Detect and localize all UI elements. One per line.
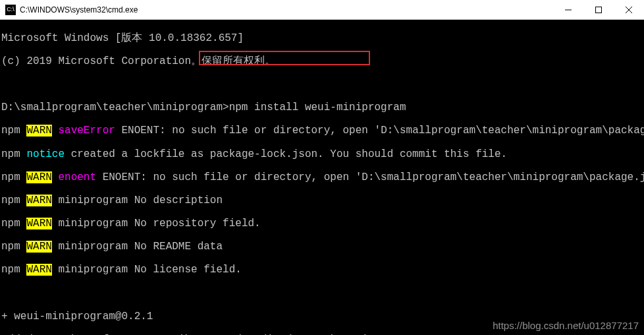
window-controls xyxy=(553,0,644,19)
minimize-button[interactable] xyxy=(553,0,583,19)
install-result-pkg: + weui-miniprogram@0.2.1 xyxy=(1,311,643,323)
warn-badge: WARN xyxy=(26,195,51,206)
cmd-icon: C:\ xyxy=(5,5,16,15)
npm-warn-license: npm WARN miniprogram No license field. xyxy=(1,264,643,276)
header-line-1: Microsoft Windows [版本 10.0.18362.657] xyxy=(1,33,643,45)
command-text: npm install weui-miniprogram xyxy=(229,102,406,113)
maximize-button[interactable] xyxy=(583,0,614,19)
blank-line xyxy=(1,288,643,300)
window-title: C:\WINDOWS\system32\cmd.exe xyxy=(20,5,553,15)
svg-rect-1 xyxy=(596,7,602,13)
terminal-area[interactable]: Microsoft Windows [版本 10.0.18362.657] (c… xyxy=(0,20,644,335)
header-line-2: (c) 2019 Microsoft Corporation。保留所有权利。 xyxy=(1,56,643,68)
npm-warn-repo: npm WARN miniprogram No repository field… xyxy=(1,218,643,230)
blank-line xyxy=(1,79,643,91)
npm-warn-saveerror: npm WARN saveError ENOENT: no such file … xyxy=(1,125,643,137)
prompt-line-1: D:\smallprogram\teacher\miniprogram>npm … xyxy=(1,102,643,114)
warn-badge: WARN xyxy=(26,125,51,137)
warn-badge: WARN xyxy=(26,218,51,229)
close-button[interactable] xyxy=(614,0,644,19)
window-titlebar: C:\ C:\WINDOWS\system32\cmd.exe xyxy=(0,0,644,20)
warn-badge: WARN xyxy=(26,264,51,276)
warn-badge: WARN xyxy=(26,241,51,253)
notice-label: notice xyxy=(26,148,65,160)
warn-badge: WARN xyxy=(26,171,51,183)
npm-warn-desc: npm WARN miniprogram No description xyxy=(1,195,643,207)
npm-warn-readme: npm WARN miniprogram No README data xyxy=(1,241,643,253)
npm-notice: npm notice created a lockfile as package… xyxy=(1,149,643,161)
prompt-path: D:\smallprogram\teacher\miniprogram> xyxy=(1,102,229,113)
npm-warn-enoent: npm WARN enoent ENOENT: no such file or … xyxy=(1,172,643,184)
